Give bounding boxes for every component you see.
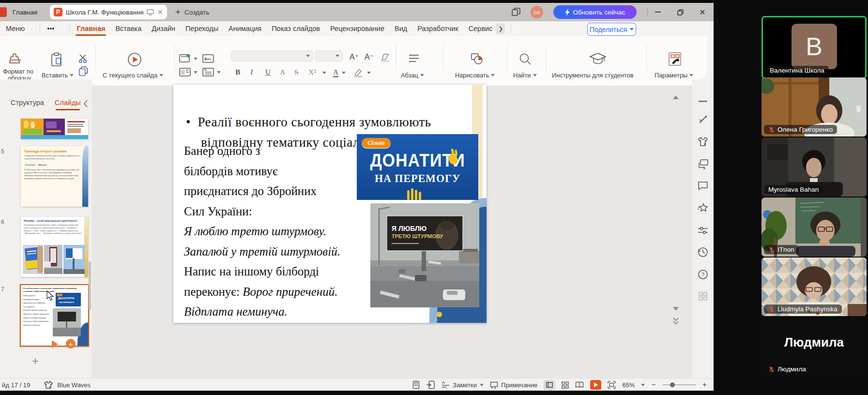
- menu-item-slideshow[interactable]: Показ слайдов: [271, 25, 321, 32]
- help-icon[interactable]: ?: [698, 269, 708, 280]
- copy-icon[interactable]: [78, 66, 89, 76]
- thumb-play-button[interactable]: [50, 340, 59, 349]
- home-tab[interactable]: Главная: [0, 3, 37, 21]
- minimize-button[interactable]: [650, 3, 666, 21]
- superscript-button[interactable]: X²: [308, 68, 316, 76]
- zoom-chevron-icon[interactable]: [641, 384, 645, 386]
- restore-button[interactable]: [672, 3, 688, 21]
- draw-shapes-icon[interactable]: [471, 53, 484, 65]
- underline-button[interactable]: U: [265, 68, 271, 76]
- chevron-down-icon[interactable]: [342, 72, 346, 74]
- menu-item-menu[interactable]: Меню: [5, 25, 26, 32]
- slide-layout-icon[interactable]: [179, 67, 192, 77]
- upgrade-now-button[interactable]: Обновить сейчас: [553, 5, 637, 19]
- char-spacing-button[interactable]: A: [280, 68, 285, 76]
- zoom-out-button[interactable]: −: [651, 380, 655, 389]
- phone-cast-icon[interactable]: [426, 380, 435, 389]
- menu-item-home[interactable]: Главная: [76, 25, 106, 32]
- reset-slide-icon[interactable]: [202, 54, 215, 63]
- tab-list-icon[interactable]: [511, 7, 521, 17]
- settings-sliders-icon[interactable]: [698, 226, 708, 235]
- share-button[interactable]: Поделиться: [587, 23, 636, 36]
- theme-shirt-icon[interactable]: [44, 381, 53, 389]
- reading-view-button[interactable]: [575, 381, 584, 388]
- font-size-select[interactable]: [315, 50, 343, 61]
- participant-tile[interactable]: Людмила Людмила: [761, 318, 867, 378]
- next-slide-double-chevron[interactable]: [672, 318, 679, 325]
- phone-view-icon[interactable]: [412, 380, 420, 389]
- paste-label[interactable]: Вставить: [42, 72, 74, 79]
- clear-format-icon[interactable]: [380, 53, 391, 62]
- highlight-color-icon[interactable]: [352, 68, 364, 77]
- magic-wand-icon[interactable]: [698, 114, 708, 125]
- slideshow-play-button[interactable]: [590, 380, 601, 390]
- font-name-select[interactable]: [231, 50, 313, 61]
- document-tab[interactable]: P Школа Г.М. Функціювання м ✕: [50, 5, 167, 19]
- slide-editor[interactable]: • Реалії воєнного сьогодення зумовлюють …: [173, 85, 487, 323]
- theme-name[interactable]: Blue Waves: [57, 381, 91, 389]
- draw-label[interactable]: Нарисовать: [455, 72, 495, 79]
- billboard-photo-image[interactable]: Я ЛЮБЛЮ ТРЕТЮ ШТУРМОВУ: [370, 203, 479, 307]
- find-icon[interactable]: [519, 53, 532, 65]
- chevron-down-icon[interactable]: [194, 58, 198, 60]
- tab-close-icon[interactable]: ✕: [157, 8, 163, 16]
- slide-sorter-view-button[interactable]: [562, 381, 569, 389]
- slide-thumbnail-partial[interactable]: [21, 119, 88, 139]
- cut-icon[interactable]: [78, 54, 89, 63]
- options-label[interactable]: Параметры: [655, 72, 693, 79]
- scroll-up-arrow[interactable]: [673, 95, 679, 99]
- paragraph-icon[interactable]: [408, 54, 420, 63]
- new-slide-icon[interactable]: [179, 54, 192, 63]
- menu-item-design[interactable]: Дизайн: [151, 25, 176, 32]
- decrease-font-icon[interactable]: A⁻: [365, 52, 374, 61]
- new-document-button[interactable]: + Создать: [175, 3, 209, 21]
- menu-more-icon[interactable]: •••: [46, 25, 55, 32]
- zoom-level[interactable]: 65%: [622, 381, 635, 389]
- participant-tile[interactable]: ITnon: [761, 198, 867, 257]
- paragraph-label[interactable]: Абзац: [401, 72, 424, 79]
- menu-item-animation[interactable]: Анимация: [228, 25, 262, 32]
- chevron-down-icon[interactable]: [322, 72, 326, 74]
- zoom-slider[interactable]: [662, 384, 696, 385]
- comment-button[interactable]: Примечание: [490, 381, 537, 389]
- play-from-slide-icon[interactable]: [127, 52, 142, 67]
- slide-thumbnail-15[interactable]: Приклади інтернет-реклами Створення суча…: [21, 146, 88, 207]
- close-button[interactable]: ✕: [694, 3, 711, 21]
- options-icon[interactable]: [667, 51, 683, 67]
- account-avatar[interactable]: GS: [531, 6, 543, 18]
- menu-overflow-button[interactable]: ❯: [496, 23, 505, 34]
- menu-item-developer[interactable]: Разработчик: [416, 25, 459, 32]
- menu-item-view[interactable]: Вид: [394, 25, 408, 32]
- sidebar-scrollbar[interactable]: [89, 261, 91, 310]
- participant-tile[interactable]: B Валентина Школа: [761, 16, 867, 79]
- font-color-button[interactable]: A: [333, 68, 338, 77]
- italic-button[interactable]: I: [250, 68, 253, 76]
- play-from-current-label[interactable]: С текущего слайда: [103, 72, 163, 79]
- scroll-down-arrow[interactable]: [673, 307, 679, 311]
- zoom-slider-knob[interactable]: [670, 382, 675, 387]
- increase-font-icon[interactable]: A⁺: [350, 52, 359, 61]
- donate-banner-image[interactable]: Сільпо ДОНАТИТИ НА ПЕРЕМОГУ: [357, 134, 478, 200]
- slide-body-text[interactable]: Банер одного з білбордів мотивує приєдна…: [184, 141, 378, 322]
- comment-icon[interactable]: [698, 181, 708, 191]
- participant-tile[interactable]: Олена Григоренко: [761, 77, 867, 137]
- add-slide-button[interactable]: +: [32, 354, 39, 368]
- strikethrough-button[interactable]: S: [294, 68, 299, 76]
- chevron-down-icon[interactable]: [367, 72, 371, 74]
- zoom-in-button[interactable]: +: [702, 380, 707, 389]
- notes-button[interactable]: Заметки: [442, 381, 484, 389]
- menu-item-review[interactable]: Рецензирование: [329, 25, 385, 32]
- graduation-cap-icon[interactable]: [590, 52, 606, 66]
- design-shirt-icon[interactable]: [697, 137, 709, 147]
- find-label[interactable]: Найти: [513, 72, 537, 79]
- collapse-handle-icon[interactable]: [699, 101, 707, 103]
- participant-tile[interactable]: Myroslava Bahan: [761, 137, 867, 197]
- bold-button[interactable]: B: [235, 68, 240, 76]
- format-painter-label[interactable]: Формат по: [3, 68, 33, 75]
- paste-icon[interactable]: [50, 52, 64, 67]
- tab-slides[interactable]: Слайды: [55, 99, 81, 106]
- chevron-down-icon[interactable]: [194, 71, 198, 74]
- collapse-panel-icon[interactable]: [83, 100, 88, 107]
- slide-thumbnail-16[interactable]: Реклама – носій національної ідентичност…: [21, 217, 88, 277]
- section-icon[interactable]: [202, 67, 215, 77]
